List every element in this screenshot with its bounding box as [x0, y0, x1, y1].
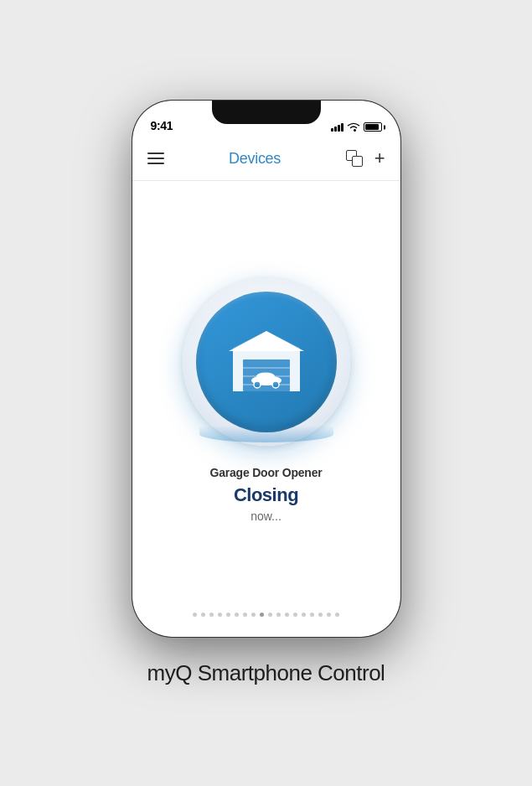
menu-line-1 [147, 153, 164, 154]
dot-14 [302, 613, 306, 617]
dot-18 [335, 613, 339, 617]
dot-6 [235, 613, 239, 617]
pagination-dots [132, 613, 400, 617]
status-time: 9:41 [151, 119, 173, 132]
phone-screen: 9:41 [132, 101, 400, 637]
notch [212, 101, 321, 124]
device-substatus: now... [251, 509, 281, 523]
nav-right-actions: + [346, 149, 385, 168]
square-view-button[interactable] [346, 150, 363, 167]
dot-5 [226, 613, 230, 617]
sq2 [352, 156, 363, 167]
bar3 [338, 125, 340, 132]
dot-10 [268, 613, 272, 617]
dot-16 [318, 613, 323, 617]
bar2 [334, 127, 337, 132]
dot-4 [218, 613, 222, 617]
dot-15 [310, 613, 314, 617]
svg-point-9 [272, 381, 279, 388]
menu-button[interactable] [147, 153, 164, 164]
bar4 [341, 123, 343, 132]
signal-bars-icon [331, 123, 343, 132]
dot-9-active [260, 613, 264, 617]
dot-2 [201, 613, 205, 617]
dot-3 [209, 613, 214, 617]
battery-fill [365, 124, 379, 130]
garage-circle-inner [196, 292, 337, 432]
phone-frame: 9:41 [132, 101, 400, 637]
main-content: Garage Door Opener Closing now... [132, 181, 400, 637]
app-label: myQ Smartphone Control [147, 660, 385, 686]
battery-icon [364, 122, 382, 132]
menu-line-3 [147, 163, 164, 164]
svg-point-7 [256, 372, 275, 380]
dot-11 [276, 613, 281, 617]
svg-point-8 [254, 381, 261, 388]
page-wrapper: 9:41 [0, 0, 532, 786]
nav-bar: Devices + [132, 137, 400, 181]
bar1 [331, 128, 333, 132]
svg-marker-0 [229, 331, 304, 351]
menu-line-2 [147, 158, 164, 159]
dot-12 [285, 613, 289, 617]
dot-1 [193, 613, 197, 617]
garage-door-button[interactable] [183, 278, 350, 446]
dot-8 [251, 613, 256, 617]
page-title: Devices [229, 150, 281, 168]
dot-17 [327, 613, 331, 617]
device-name: Garage Door Opener [209, 466, 322, 479]
dot-13 [293, 613, 297, 617]
garage-door-icon [225, 324, 308, 400]
wifi-icon [347, 122, 360, 132]
device-status: Closing [234, 484, 298, 506]
status-icons [331, 122, 382, 132]
add-device-button[interactable]: + [374, 149, 385, 168]
dot-7 [243, 613, 247, 617]
